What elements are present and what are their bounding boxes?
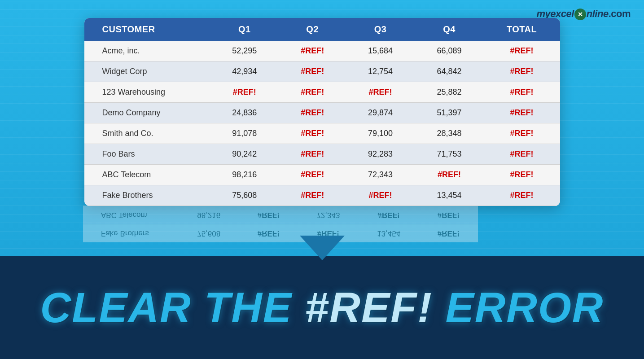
cell-q4: 13,454: [415, 185, 483, 206]
table-row: Acme, inc.52,295#REF!15,68466,089#REF!: [84, 41, 560, 61]
cell-q1: 52,295: [210, 41, 279, 61]
col-header-q3: Q3: [346, 18, 415, 41]
cell-total: #REF!: [484, 41, 560, 61]
cell-q3: 15,684: [346, 41, 415, 61]
cell-q3: 12,754: [346, 61, 415, 82]
cell-q2: #REF!: [279, 144, 346, 165]
cell-q1: 75,608: [210, 185, 279, 206]
cell-total: #REF!: [484, 61, 560, 82]
col-header-customer: CUSTOMER: [84, 18, 210, 41]
col-header-q2: Q2: [279, 18, 346, 41]
cell-q4: 64,842: [415, 61, 483, 82]
table-row: 123 Warehousing#REF!#REF!#REF!25,882#REF…: [84, 82, 560, 103]
top-section: CUSTOMER Q1 Q2 Q3 Q4 TOTAL Acme, inc.52,…: [0, 0, 644, 256]
cell-total: #REF!: [484, 185, 560, 206]
cell-customer: Widget Corp: [84, 61, 210, 82]
cell-q3: 79,100: [346, 123, 415, 144]
cell-q1: #REF!: [210, 82, 279, 103]
cell-customer: Fake Brothers: [84, 185, 210, 206]
cell-q1: 98,216: [210, 165, 279, 185]
cell-customer: Foo Bars: [84, 144, 210, 165]
cell-q2: #REF!: [279, 185, 346, 206]
cell-q4: 71,753: [415, 144, 483, 165]
cell-total: #REF!: [484, 82, 560, 103]
cell-q1: 90,242: [210, 144, 279, 165]
cell-customer: Acme, inc.: [84, 41, 210, 61]
cell-q2: #REF!: [279, 82, 346, 103]
chevron-down-icon: [300, 236, 345, 260]
table-row: Widget Corp42,934#REF!12,75464,842#REF!: [84, 61, 560, 82]
col-header-total: TOTAL: [484, 18, 560, 41]
cell-total: #REF!: [484, 144, 560, 165]
cell-q4: 25,882: [415, 82, 483, 103]
cell-q4: 66,089: [415, 41, 483, 61]
cell-q1: 91,078: [210, 123, 279, 144]
cell-q3: 92,283: [346, 144, 415, 165]
cell-q2: #REF!: [279, 61, 346, 82]
cell-q4: 51,397: [415, 103, 483, 123]
col-header-q1: Q1: [210, 18, 279, 41]
table-row: Demo Company24,836#REF!29,87451,397#REF!: [84, 103, 560, 123]
table-row: Foo Bars90,242#REF!92,28371,753#REF!: [84, 144, 560, 165]
table-header-row: CUSTOMER Q1 Q2 Q3 Q4 TOTAL: [84, 18, 560, 41]
ref-error-text: #REF!: [305, 284, 433, 331]
cell-q3: 29,874: [346, 103, 415, 123]
cell-customer: 123 Warehousing: [84, 82, 210, 103]
col-header-q4: Q4: [415, 18, 483, 41]
spreadsheet-table-container: CUSTOMER Q1 Q2 Q3 Q4 TOTAL Acme, inc.52,…: [84, 18, 560, 206]
cell-q2: #REF!: [279, 103, 346, 123]
cell-customer: Demo Company: [84, 103, 210, 123]
cell-q1: 42,934: [210, 61, 279, 82]
cell-total: #REF!: [484, 123, 560, 144]
cell-q1: 24,836: [210, 103, 279, 123]
table-row: Fake Brothers75,608#REF!#REF!13,454#REF!: [84, 185, 560, 206]
table-row: ABC Telecom98,216#REF!72,343#REF!#REF!: [84, 165, 560, 185]
cell-total: #REF!: [484, 165, 560, 185]
cell-q2: #REF!: [279, 123, 346, 144]
cell-total: #REF!: [484, 103, 560, 123]
spreadsheet-table: CUSTOMER Q1 Q2 Q3 Q4 TOTAL Acme, inc.52,…: [84, 18, 560, 206]
cell-q3: #REF!: [346, 82, 415, 103]
cell-customer: Smith and Co.: [84, 123, 210, 144]
table-row: Smith and Co.91,078#REF!79,10028,348#REF…: [84, 123, 560, 144]
cell-q2: #REF!: [279, 165, 346, 185]
bottom-title: CLEAR THE #REF! ERROR: [40, 286, 604, 329]
cell-q2: #REF!: [279, 41, 346, 61]
cell-q4: 28,348: [415, 123, 483, 144]
cell-q3: #REF!: [346, 185, 415, 206]
cell-q3: 72,343: [346, 165, 415, 185]
bottom-section: CLEAR THE #REF! ERROR: [0, 256, 644, 359]
cell-customer: ABC Telecom: [84, 165, 210, 185]
cell-q4: #REF!: [415, 165, 483, 185]
